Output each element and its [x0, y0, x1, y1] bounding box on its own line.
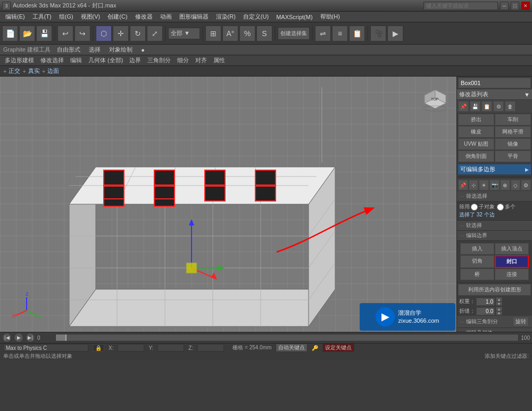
save-button[interactable]: 💾	[36, 26, 52, 41]
vp-edge[interactable]: 边面	[47, 67, 59, 75]
quick-render[interactable]: ▶	[387, 26, 403, 41]
lock-btn[interactable]: 🔒	[93, 344, 104, 351]
sub-geometry-all[interactable]: 几何体 (全部)	[87, 56, 124, 64]
menu-maxscript[interactable]: MAXScript(M)	[273, 13, 315, 21]
nav-system-icon[interactable]: ⚙	[521, 180, 531, 190]
editable-poly-modifier[interactable]: 可编辑多边形 ▶	[458, 164, 531, 174]
vp-shading[interactable]: 真实	[28, 67, 40, 75]
extrude-btn[interactable]: 挤出	[458, 114, 494, 125]
vp-nav-plus3[interactable]: +	[42, 68, 45, 74]
menu-view[interactable]: 视图(V)	[78, 12, 104, 21]
bevel-profile-btn[interactable]: 倒角剖面	[458, 150, 494, 162]
spinner-snap[interactable]: S	[256, 26, 272, 41]
z-coord[interactable]	[197, 344, 224, 351]
sub-edit[interactable]: 编辑	[69, 56, 84, 64]
menu-edit[interactable]: 编辑(E)	[2, 12, 28, 21]
add-key-btn[interactable]: 🔑	[312, 345, 318, 351]
graphite-select[interactable]: 选择	[87, 46, 103, 54]
nav-camera-icon[interactable]: 📷	[489, 180, 500, 190]
open-button[interactable]: 📂	[19, 26, 35, 41]
graphite-dot[interactable]: ●	[139, 47, 147, 53]
graphite-freeform[interactable]: 自由形式	[55, 46, 82, 54]
sub-poly-modeling[interactable]: 多边形建模	[3, 56, 36, 64]
sub-triangulate[interactable]: 三角剖分	[146, 56, 172, 64]
chamfer-btn[interactable]: 切角	[460, 255, 494, 268]
bridge-btn[interactable]: 桥	[460, 269, 494, 280]
menu-customize[interactable]: 自定义(U)	[240, 12, 272, 21]
search-input[interactable]	[423, 2, 498, 10]
render-button[interactable]: 🎥	[370, 26, 386, 41]
uvw-btn[interactable]: UVW 贴图	[458, 138, 494, 150]
nav-light-icon[interactable]: ☀	[479, 180, 489, 190]
menu-rendering[interactable]: 渲染(R)	[213, 12, 239, 21]
graphite-paint-deform[interactable]: 对象绘制	[107, 46, 135, 54]
new-button[interactable]: 📄	[2, 26, 18, 41]
menu-group[interactable]: 组(G)	[56, 12, 77, 21]
move-button[interactable]: ✛	[113, 26, 129, 41]
sub-subdivide[interactable]: 细分	[176, 56, 190, 64]
sub-align[interactable]: 对齐	[194, 56, 209, 64]
prev-frame-btn[interactable]: |◀	[2, 333, 12, 342]
create-shape-btn[interactable]: 利用所选内容创建图形	[458, 284, 531, 296]
edit-borders-header[interactable]: 编辑边界	[457, 231, 532, 241]
menu-tools[interactable]: 工具(T)	[29, 12, 55, 21]
weight-up[interactable]: ▲	[496, 297, 502, 301]
sub-border[interactable]: 边界	[128, 56, 143, 64]
radio-multiple[interactable]: 多个	[497, 203, 516, 211]
crease-input[interactable]	[476, 307, 495, 315]
edit-geometry-header[interactable]: 编辑几何体	[457, 328, 532, 332]
vp-nav-plus2[interactable]: +	[22, 68, 26, 74]
snap-toggle[interactable]: ⊞	[205, 26, 221, 41]
mirror-btn[interactable]: 镜像	[495, 138, 531, 150]
rotate-tri-btn[interactable]: 旋转	[513, 317, 529, 326]
skin-btn[interactable]: 平骨	[495, 150, 531, 162]
crease-down[interactable]: ▼	[496, 311, 502, 315]
y-coord[interactable]	[157, 344, 184, 351]
play-btn[interactable]: ▶	[14, 333, 23, 342]
align-button[interactable]: ≡	[332, 26, 348, 41]
sub-properties[interactable]: 属性	[212, 56, 227, 64]
menu-help[interactable]: 帮助(H)	[317, 12, 343, 21]
pin-icon[interactable]: 📌	[458, 101, 469, 112]
scale-button[interactable]: ⤢	[147, 26, 163, 41]
sub-modify-sel[interactable]: 修改选择	[39, 56, 65, 64]
viewport-3d[interactable]: Z Y X TOP	[0, 77, 456, 332]
angle-snap[interactable]: A°	[222, 26, 238, 41]
menu-create[interactable]: 创建(C)	[104, 12, 130, 21]
redo-button[interactable]: ↪	[74, 26, 90, 41]
key-mode-btn[interactable]: 设定关键点	[322, 343, 354, 352]
minimize-button[interactable]: ─	[500, 2, 509, 10]
delete-icon[interactable]: 🗑	[505, 101, 516, 112]
viewport-cube[interactable]: TOP	[419, 82, 451, 114]
nav-space-icon[interactable]: ◇	[511, 180, 521, 190]
radio-subobject[interactable]: 子对象	[471, 203, 495, 211]
selection-filter-dropdown[interactable]: 全部 ▼	[168, 28, 200, 39]
soft-selection-header[interactable]: 软选择	[457, 221, 532, 231]
insert-btn[interactable]: 插入	[460, 243, 494, 255]
auto-key-btn[interactable]: 自动关键点	[276, 343, 307, 352]
vp-nav-plus1[interactable]: +	[3, 68, 6, 74]
x-coord[interactable]	[118, 344, 144, 351]
next-frame-btn[interactable]: ▶|	[26, 333, 35, 342]
meshsmooth-btn[interactable]: 网格平滑	[495, 126, 531, 138]
time-slider[interactable]	[55, 334, 519, 341]
edit-triangles-header[interactable]: 编辑三角剖分 旋转	[457, 316, 532, 328]
cap-btn[interactable]: 封口	[495, 255, 529, 268]
undo-button[interactable]: ↩	[57, 26, 73, 41]
menu-graph-editors[interactable]: 图形编辑器	[176, 12, 212, 21]
lathe-btn[interactable]: 车削	[495, 114, 531, 125]
vp-perspective[interactable]: 正交	[9, 67, 20, 75]
nav-cursor-icon[interactable]: ⊹	[469, 180, 479, 190]
menu-modifiers[interactable]: 修改器	[132, 12, 156, 21]
menu-animation[interactable]: 动画	[157, 12, 175, 21]
crease-up[interactable]: ▲	[496, 307, 502, 311]
layer-manager[interactable]: 📋	[349, 26, 365, 41]
settings-icon[interactable]: ⚙	[493, 101, 504, 112]
selection-section-header[interactable]: 筛选选择	[457, 191, 532, 202]
save-icon[interactable]: 💾	[470, 101, 480, 112]
mirror-button[interactable]: ⇌	[315, 26, 331, 41]
weight-input[interactable]	[476, 298, 495, 306]
copy-icon[interactable]: 📋	[481, 101, 492, 112]
close-button[interactable]: ✕	[521, 2, 530, 10]
connect-btn[interactable]: 连接	[495, 269, 529, 280]
